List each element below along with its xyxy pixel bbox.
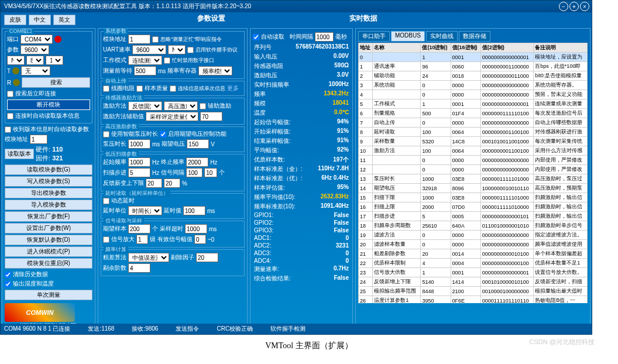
status-sw: 软件握手检测 — [270, 325, 305, 333]
skin-button[interactable]: 皮肤 — [4, 15, 26, 25]
table-row[interactable]: 24反馈新增上下限514014140001010000010100反馈新变法时，… — [359, 277, 588, 287]
search-button[interactable]: 搜索 — [22, 77, 90, 88]
chk-hold-num[interactable] — [164, 57, 170, 64]
table-row[interactable]: 19滤波方法000000000000000000000指定滤波维波方法。 — [359, 231, 588, 240]
table-row[interactable]: 16扫描上限200007D00000011111010000扫频激励时，输出信 — [359, 202, 588, 212]
modbus-table: 地址名称 值(10进制)值(16进制) 值(2进制)备注说明 010001000… — [358, 43, 588, 303]
chk-auto-connect[interactable] — [7, 91, 13, 97]
more-link[interactable]: 更多 — [227, 84, 239, 92]
chk-auto-readver[interactable] — [7, 113, 13, 119]
t-dot — [12, 67, 19, 74]
rt-row: ADC1:0 — [253, 234, 350, 242]
table-row[interactable]: 10激励方法10000640000000001100100采用什么方法对传感 — [359, 146, 588, 156]
table-row[interactable]: 13泵压时长100003E80000001111101000高压激励时，泵压过 — [359, 174, 588, 184]
chk-output-misc[interactable] — [5, 281, 11, 287]
rt-row: 频率1343.2Hz — [253, 90, 350, 99]
port-select[interactable]: COM4 — [20, 35, 53, 44]
factory-d-button[interactable]: 恢复默认参数(D) — [5, 235, 92, 245]
lang-en-button[interactable]: 英文 — [53, 15, 75, 25]
rt-row: 频率标准差(10):1091.40Hz — [253, 202, 350, 211]
table-row[interactable]: 26温度计算参数139500F6E0000111101110110热敏电阻B值，… — [359, 296, 588, 304]
rt-row: 频模18041 — [253, 99, 350, 108]
mod-addr-input[interactable] — [30, 135, 47, 144]
table-row[interactable]: 17扫描步进500050000000000000101扫频激励时，输出信 — [359, 212, 588, 221]
tab-modbus[interactable]: MODBUS — [391, 31, 425, 42]
rt-row: ADC3:0 — [253, 249, 350, 257]
t-select[interactable]: 无 — [21, 66, 50, 75]
table-row[interactable]: 1通讯速率9600600000000001100000百bps，此值*100即 — [359, 62, 588, 71]
titlebar: VM3/4/5/6/7XX振弦式传感器读数模块测试配置工具 版本：1.1.0.1… — [1, 1, 592, 12]
close-icon[interactable]: × — [580, 2, 589, 11]
table-row[interactable]: 3系统功能000000000000000000000系统功能寄存器。 — [359, 81, 588, 90]
factory-w-button[interactable]: 设置出厂参数(W) — [5, 223, 92, 233]
table-row[interactable]: 7自动上传000000000000000000000自动上传哪些数据册 — [359, 118, 588, 128]
table-row[interactable]: 5工作模式100010000000000000001连续测量或单次测量 — [359, 99, 588, 109]
rt-row: 温度0.0℃ — [253, 108, 350, 118]
maximize-icon[interactable]: + — [569, 2, 579, 11]
status-dot-red — [54, 36, 61, 43]
uart-proto-select[interactable]: N — [168, 45, 186, 54]
exc-method-select[interactable]: 反馈固定 — [128, 101, 162, 111]
rt-row: 综合检验结果:False — [253, 274, 350, 283]
exc-method2-select[interactable]: 高压激励 — [164, 101, 198, 111]
readver-button[interactable]: 读取版本 — [5, 149, 34, 159]
table-row[interactable]: 15扫描下限100003E80000001111101000扫频激励时，输出信 — [359, 193, 588, 202]
rt-row: 结束采样幅值:91% — [253, 136, 350, 146]
parity-select[interactable]: N — [7, 56, 25, 65]
figure-caption: VMTool 主界面（扩展） — [0, 341, 618, 351]
table-row[interactable]: 8延时读取10000640000000001100100对传感器刚获进行激 — [359, 128, 588, 137]
status-tx: 发送:1168 — [88, 325, 114, 333]
chk-ignore-busy[interactable] — [152, 36, 159, 43]
minimize-icon[interactable]: − — [559, 2, 568, 11]
rt-row: 样本标准差（优）:6Hz 0.4Hz — [253, 174, 350, 183]
rt-row: GPIO2:False — [253, 219, 350, 226]
single-measure-button[interactable]: 单次测量 — [5, 290, 92, 300]
table-row[interactable]: 21粗差剔除参数2000140000000000010100单个样本数据偏差超 — [359, 249, 588, 259]
sys-addr-input[interactable] — [128, 35, 150, 44]
table-row[interactable]: 22优质样本限制400040000000000000100优质样本数量不足1 — [359, 259, 588, 268]
databits-select[interactable]: 8 — [26, 56, 44, 65]
rt-row: 激励电压3.0V — [253, 71, 350, 80]
table-row[interactable]: 11000000000000000000000内部使用，严禁修改 — [359, 156, 588, 165]
write-params-button[interactable]: 写入模块参数(S) — [5, 176, 92, 187]
freqreg-select[interactable]: 频率模数值 — [198, 66, 232, 75]
lang-cn-button[interactable]: 中文 — [29, 15, 51, 25]
table-row[interactable]: 18扫频单步周期数25610640A0110010000001010扫频激励时单… — [359, 221, 588, 231]
table-row[interactable]: 20滤波样本数量000000000000000000000频率值滤波维波使用 — [359, 240, 588, 249]
table-row[interactable]: 6剂量规格50001F40000000111110100每次发送激励信号后 — [359, 109, 588, 118]
reset-button[interactable]: 模块复位重启(R) — [5, 258, 92, 269]
chk-clear-history[interactable] — [5, 272, 11, 278]
stopbits-select[interactable]: 1 — [46, 56, 63, 65]
rt-row: 样本评估值:95% — [253, 183, 350, 193]
open-module-button[interactable]: 断开模块 — [7, 99, 90, 110]
tab-serial[interactable]: 串口助手 — [358, 31, 390, 42]
table-row[interactable]: 2辅助功能2400180000000000011000bit0:是否使能模拟量 — [359, 71, 588, 81]
chk-autoread-params[interactable] — [5, 126, 11, 133]
import-button[interactable]: 导入模块参数 — [5, 200, 92, 210]
table-row[interactable]: 14期望电压3291880961000000010010110高压激励时，预期泵 — [359, 184, 588, 193]
r-dot — [13, 79, 20, 86]
uart-select[interactable]: 9600 — [132, 45, 166, 54]
exc-eval-select[interactable]: 采样评定质量值 — [146, 112, 198, 121]
chk-auto-read-rt[interactable] — [253, 34, 259, 40]
sleep-button[interactable]: 进入休眠模式(P) — [5, 246, 92, 257]
factory-f-button[interactable]: 恢复出厂参数(F) — [5, 211, 92, 222]
table-row[interactable]: 25模拟输出频率范围844821000010000100000000模拟量输出最… — [359, 287, 588, 296]
rt-row: GPIO1:False — [253, 211, 350, 219]
pretime-input[interactable] — [134, 66, 156, 75]
toolbar: 皮肤 中文 英文 参数设置 实时数据 — [1, 12, 592, 27]
rt-interval-input[interactable] — [315, 32, 334, 42]
chk-soft-handshake[interactable] — [187, 47, 194, 53]
export-button[interactable]: 导出模块参数 — [5, 188, 92, 198]
read-params-button[interactable]: 读取模块参数(G) — [5, 164, 92, 175]
tab-curve[interactable]: 实时曲线 — [426, 31, 458, 42]
workmode-select[interactable]: 连续测量 — [128, 56, 162, 65]
baud-select[interactable]: 9600 — [20, 45, 49, 54]
tab-store[interactable]: 数据存储 — [459, 31, 490, 42]
table-row[interactable]: 12000000000000000000000内部使用，严禁修改 — [359, 165, 588, 174]
table-row[interactable]: 23信号放大倍数100010000000000000001设置信号放大倍数。 — [359, 268, 588, 277]
rt-row: 样本标准差（全）:110Hz 7.8H — [253, 164, 350, 174]
table-row[interactable]: 0100010000000000000001模块地址，应设置为 — [359, 53, 588, 62]
table-row[interactable]: 9采样数量532014C80001010011001000每次测量时采集传统 — [359, 137, 588, 146]
table-row[interactable]: 4000000000000000000000预留，暂未定义功能 — [359, 90, 588, 99]
